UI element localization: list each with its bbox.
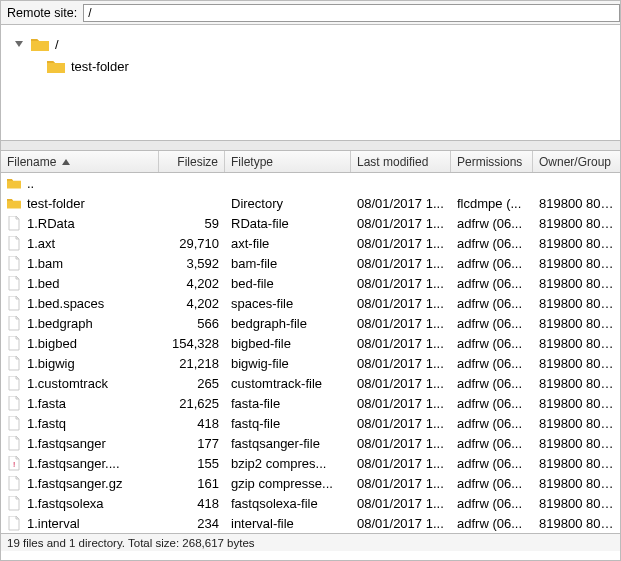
table-row[interactable]: 1.customtrack265customtrack-file08/01/20… <box>1 373 620 393</box>
file-size: 21,625 <box>159 396 225 411</box>
table-row[interactable]: 1.interval234interval-file08/01/2017 1..… <box>1 513 620 533</box>
table-row[interactable]: .. <box>1 173 620 193</box>
owner-group: 819800 803372 <box>533 316 620 331</box>
table-row[interactable]: 1.fastqsanger177fastqsanger-file08/01/20… <box>1 433 620 453</box>
file-name: 1.bigbed <box>27 336 77 351</box>
last-modified: 08/01/2017 1... <box>351 196 451 211</box>
owner-group: 819800 803372 <box>533 196 620 211</box>
column-header-filesize[interactable]: Filesize <box>159 151 225 172</box>
owner-group: 819800 803372 <box>533 356 620 371</box>
remote-site-label: Remote site: <box>7 6 77 20</box>
file-icon <box>7 515 21 531</box>
table-row[interactable]: 1.fastqsolexa418fastqsolexa-file08/01/20… <box>1 493 620 513</box>
file-size: 418 <box>159 496 225 511</box>
file-type: interval-file <box>225 516 351 531</box>
column-header-owner-group[interactable]: Owner/Group <box>533 151 620 172</box>
owner-group: 819800 803372 <box>533 236 620 251</box>
last-modified: 08/01/2017 1... <box>351 416 451 431</box>
file-size: 566 <box>159 316 225 331</box>
file-icon <box>7 395 21 411</box>
column-header-filename[interactable]: Filename <box>1 151 159 172</box>
file-type: RData-file <box>225 216 351 231</box>
owner-group: 819800 803372 <box>533 476 620 491</box>
permissions: adfrw (06... <box>451 356 533 371</box>
file-type: axt-file <box>225 236 351 251</box>
last-modified: 08/01/2017 1... <box>351 376 451 391</box>
tree-child-row[interactable]: test-folder <box>15 55 620 77</box>
column-label: Filename <box>7 155 56 169</box>
file-list-body[interactable]: ..test-folderDirectory08/01/2017 1...flc… <box>1 173 620 533</box>
owner-group: 819800 803372 <box>533 436 620 451</box>
table-row[interactable]: 1.fastqsanger.gz161gzip compresse...08/0… <box>1 473 620 493</box>
directory-tree-pane[interactable]: / test-folder <box>1 25 620 141</box>
tree-root-row[interactable]: / <box>15 33 620 55</box>
sort-ascending-icon <box>62 159 70 165</box>
last-modified: 08/01/2017 1... <box>351 396 451 411</box>
column-header-last-modified[interactable]: Last modified <box>351 151 451 172</box>
file-icon <box>7 475 21 491</box>
owner-group: 819800 803372 <box>533 496 620 511</box>
permissions: adfrw (06... <box>451 216 533 231</box>
permissions: adfrw (06... <box>451 276 533 291</box>
last-modified: 08/01/2017 1... <box>351 236 451 251</box>
file-name: 1.bigwig <box>27 356 75 371</box>
file-size: 29,710 <box>159 236 225 251</box>
table-row[interactable]: test-folderDirectory08/01/2017 1...flcdm… <box>1 193 620 213</box>
owner-group: 819800 803372 <box>533 216 620 231</box>
file-size: 177 <box>159 436 225 451</box>
file-size: 4,202 <box>159 296 225 311</box>
table-row[interactable]: 1.bedgraph566bedgraph-file08/01/2017 1..… <box>1 313 620 333</box>
file-icon <box>7 495 21 511</box>
last-modified: 08/01/2017 1... <box>351 256 451 271</box>
file-size: 154,328 <box>159 336 225 351</box>
status-text: 19 files and 1 directory. Total size: 26… <box>7 537 255 549</box>
table-row[interactable]: 1.bed4,202bed-file08/01/2017 1...adfrw (… <box>1 273 620 293</box>
table-row[interactable]: 1.bam3,592bam-file08/01/2017 1...adfrw (… <box>1 253 620 273</box>
last-modified: 08/01/2017 1... <box>351 496 451 511</box>
file-size: 161 <box>159 476 225 491</box>
file-name: 1.bam <box>27 256 63 271</box>
table-row[interactable]: !1.fastqsanger....155bzip2 compres...08/… <box>1 453 620 473</box>
column-label: Filesize <box>177 155 218 169</box>
last-modified: 08/01/2017 1... <box>351 436 451 451</box>
column-header-filetype[interactable]: Filetype <box>225 151 351 172</box>
owner-group: 819800 803372 <box>533 376 620 391</box>
svg-text:!: ! <box>13 460 15 469</box>
file-name: 1.bedgraph <box>27 316 93 331</box>
file-size: 3,592 <box>159 256 225 271</box>
pane-divider[interactable] <box>1 141 620 151</box>
table-row[interactable]: 1.RData59RData-file08/01/2017 1...adfrw … <box>1 213 620 233</box>
file-icon <box>7 375 21 391</box>
disclosure-triangle-icon[interactable] <box>15 41 23 47</box>
permissions: adfrw (06... <box>451 256 533 271</box>
file-type: spaces-file <box>225 296 351 311</box>
file-name: test-folder <box>27 196 85 211</box>
file-type: Directory <box>225 196 351 211</box>
table-row[interactable]: 1.bed.spaces4,202spaces-file08/01/2017 1… <box>1 293 620 313</box>
column-label: Owner/Group <box>539 155 611 169</box>
table-row[interactable]: 1.bigwig21,218bigwig-file08/01/2017 1...… <box>1 353 620 373</box>
table-row[interactable]: 1.axt29,710axt-file08/01/2017 1...adfrw … <box>1 233 620 253</box>
permissions: adfrw (06... <box>451 376 533 391</box>
folder-icon <box>7 175 21 191</box>
table-row[interactable]: 1.bigbed154,328bigbed-file08/01/2017 1..… <box>1 333 620 353</box>
last-modified: 08/01/2017 1... <box>351 296 451 311</box>
table-row[interactable]: 1.fasta21,625fasta-file08/01/2017 1...ad… <box>1 393 620 413</box>
file-name: 1.bed <box>27 276 60 291</box>
permissions: adfrw (06... <box>451 516 533 531</box>
permissions: adfrw (06... <box>451 416 533 431</box>
last-modified: 08/01/2017 1... <box>351 476 451 491</box>
file-name: 1.bed.spaces <box>27 296 104 311</box>
file-icon <box>7 215 21 231</box>
table-row[interactable]: 1.fastq418fastq-file08/01/2017 1...adfrw… <box>1 413 620 433</box>
file-icon <box>7 295 21 311</box>
remote-site-input[interactable] <box>83 4 620 22</box>
owner-group: 819800 803372 <box>533 336 620 351</box>
column-header-permissions[interactable]: Permissions <box>451 151 533 172</box>
folder-icon <box>31 37 49 51</box>
owner-group: 819800 803372 <box>533 296 620 311</box>
file-type: bed-file <box>225 276 351 291</box>
file-type: fasta-file <box>225 396 351 411</box>
owner-group: 819800 803372 <box>533 256 620 271</box>
compressed-file-icon: ! <box>7 455 21 471</box>
